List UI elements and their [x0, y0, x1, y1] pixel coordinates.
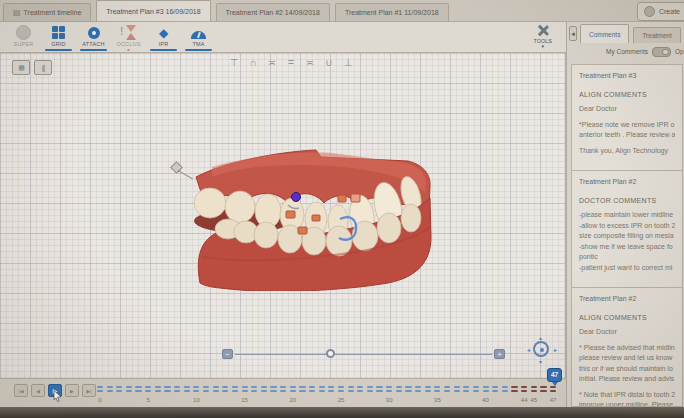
zoom-slider-handle[interactable]: [326, 349, 335, 358]
stage-dash[interactable]: [502, 390, 508, 392]
zoom-slider-track[interactable]: [235, 354, 492, 355]
stage-dash[interactable]: [521, 386, 527, 388]
tools-button[interactable]: TOOLS ▾: [533, 24, 552, 48]
stage-dash[interactable]: [425, 386, 431, 388]
stage-dash[interactable]: [502, 386, 508, 388]
stage-dash[interactable]: [299, 386, 305, 388]
stage-dash[interactable]: [203, 390, 209, 392]
stage-dash[interactable]: [319, 390, 325, 392]
stage-dash[interactable]: [242, 386, 248, 388]
stage-dash[interactable]: [193, 390, 199, 392]
stage-dash[interactable]: [290, 386, 296, 388]
stage-dash[interactable]: [280, 386, 286, 388]
view-orientation-button-4[interactable]: =: [285, 57, 297, 68]
stage-dash[interactable]: [319, 386, 325, 388]
stage-dash[interactable]: [222, 390, 228, 392]
stage-dash[interactable]: [444, 390, 450, 392]
zoom-out-button[interactable]: −: [222, 349, 233, 359]
my-comments-toggle[interactable]: [652, 47, 671, 57]
stage-dash[interactable]: [242, 390, 248, 392]
attach-button[interactable]: ATTACH: [76, 24, 111, 53]
stage-dash[interactable]: [473, 386, 479, 388]
tab-treatment-timeline[interactable]: ▤Treatment timeline: [3, 3, 91, 21]
stage-dash[interactable]: [97, 386, 103, 388]
3d-viewport[interactable]: ▦ ||| ⊤∩≍=≍∪⊥: [0, 53, 566, 378]
stage-dash[interactable]: [463, 386, 469, 388]
stage-dash[interactable]: [492, 386, 498, 388]
collapse-panel-button[interactable]: ◄: [569, 26, 577, 41]
stage-dash[interactable]: [483, 390, 489, 392]
stage-dash[interactable]: [473, 390, 479, 392]
stage-dash[interactable]: [511, 390, 517, 392]
ruler-toggle-button[interactable]: |||: [34, 60, 52, 75]
stage-dash[interactable]: [405, 390, 411, 392]
view-orientation-button-6[interactable]: ∪: [323, 57, 335, 68]
stage-dash[interactable]: [328, 390, 334, 392]
stage-dash[interactable]: [145, 386, 151, 388]
grid-button[interactable]: GRID: [41, 24, 76, 53]
tab-treatment-plan-2-14-09-2018[interactable]: Treatment Plan #2 14/09/2018: [216, 3, 330, 21]
stage-dash[interactable]: [415, 390, 421, 392]
pan-control[interactable]: ▴ ▾ ◂ ▸: [529, 337, 555, 363]
stage-dash[interactable]: [309, 386, 315, 388]
stage-dash[interactable]: [540, 390, 546, 392]
stage-dash[interactable]: [483, 386, 489, 388]
stage-dash[interactable]: [405, 386, 411, 388]
stage-dash[interactable]: [415, 386, 421, 388]
stage-dash[interactable]: [386, 390, 392, 392]
stage-dash[interactable]: [222, 386, 228, 388]
stage-dash[interactable]: [540, 386, 546, 388]
stage-dash[interactable]: [396, 386, 402, 388]
stage-dash[interactable]: [251, 386, 257, 388]
stage-track[interactable]: [0, 379, 566, 407]
stage-dash[interactable]: [107, 390, 113, 392]
stage-dash[interactable]: [454, 390, 460, 392]
stage-dash[interactable]: [454, 386, 460, 388]
occlus-button[interactable]: !OCCLUS*: [111, 24, 146, 53]
stage-dash[interactable]: [261, 386, 267, 388]
stage-dash[interactable]: [213, 386, 219, 388]
stage-dash[interactable]: [357, 390, 363, 392]
stage-dash[interactable]: [444, 386, 450, 388]
stage-dash[interactable]: [290, 390, 296, 392]
stage-dash[interactable]: [396, 390, 402, 392]
stage-dash[interactable]: [261, 390, 267, 392]
stage-dash[interactable]: [174, 390, 180, 392]
stage-dash[interactable]: [232, 386, 238, 388]
stage-dash[interactable]: [203, 386, 209, 388]
stage-dash[interactable]: [338, 390, 344, 392]
stage-dash[interactable]: [348, 386, 354, 388]
stage-dash[interactable]: [376, 386, 382, 388]
stage-dash[interactable]: [531, 386, 537, 388]
stage-dash[interactable]: [338, 386, 344, 388]
stage-dash[interactable]: [550, 390, 556, 392]
stage-dash[interactable]: [367, 386, 373, 388]
stage-dash[interactable]: [348, 390, 354, 392]
stage-dash[interactable]: [232, 390, 238, 392]
stage-dash[interactable]: [434, 386, 440, 388]
stage-dash[interactable]: [376, 390, 382, 392]
stage-dash[interactable]: [184, 390, 190, 392]
stage-dash[interactable]: [521, 390, 527, 392]
stage-dash[interactable]: [174, 386, 180, 388]
stage-dash[interactable]: [386, 386, 392, 388]
stage-dash[interactable]: [164, 386, 170, 388]
tab-treatment-plan-1-11-09-2018[interactable]: Treatment Plan #1 11/09/2018: [335, 3, 449, 21]
teeth-model[interactable]: [182, 139, 440, 291]
tab-treatment-plan-3-16-09-2018[interactable]: Treatment Plan #3 16/09/2018: [96, 0, 210, 21]
stage-dash[interactable]: [299, 390, 305, 392]
view-orientation-button-7[interactable]: ⊥: [342, 57, 354, 68]
tma-button[interactable]: TMA: [181, 24, 216, 53]
stage-dash[interactable]: [309, 390, 315, 392]
stage-dash[interactable]: [213, 390, 219, 392]
stage-dash[interactable]: [107, 386, 113, 388]
grid-toggle-button[interactable]: ▦: [12, 60, 30, 75]
stage-dash[interactable]: [463, 390, 469, 392]
view-orientation-button-2[interactable]: ∩: [247, 57, 259, 68]
stage-dash[interactable]: [135, 390, 141, 392]
stage-dash[interactable]: [97, 390, 103, 392]
stage-dash[interactable]: [270, 386, 276, 388]
stage-dash[interactable]: [135, 386, 141, 388]
stage-dash[interactable]: [155, 390, 161, 392]
comments-list[interactable]: Treatment Plan #3ALIGN COMMENTSDear Doct…: [571, 64, 683, 407]
